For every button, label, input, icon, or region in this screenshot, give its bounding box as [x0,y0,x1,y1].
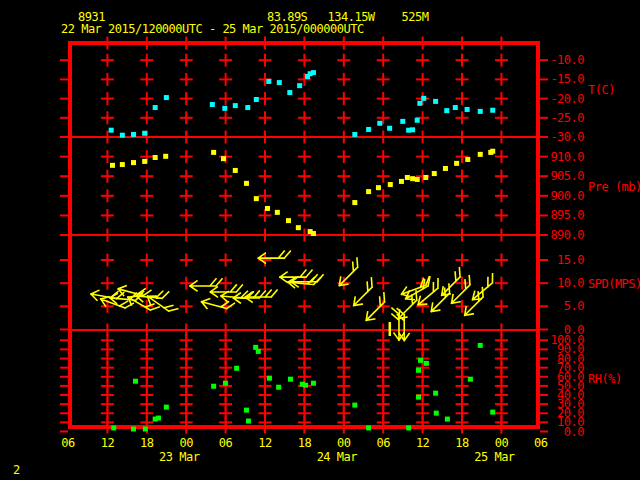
humidity-point [366,425,371,430]
humidity-point [490,410,495,415]
humidity-point [164,405,169,410]
x-hour-label: 18 [450,437,474,449]
humidity-point [468,377,473,382]
x-hour-label: 06 [56,437,80,449]
pressure-point [254,196,259,201]
x-hour-label: 12 [253,437,277,449]
humidity-point [223,381,228,386]
temperature-point [222,106,227,111]
temperature-point [410,127,415,132]
wind-barb [190,279,222,291]
humidity-point [244,408,249,413]
temperature-point [164,95,169,100]
temperature-point [417,101,422,106]
temperature-point [465,107,470,112]
temperature-point [131,132,136,137]
temperature-point [277,80,282,85]
x-date-label: 25 Mar [470,451,518,463]
humidity-point [111,425,116,430]
wind-barb [258,251,290,263]
pressure-point [110,163,115,168]
humidity-point [246,419,251,424]
y-tick-label: -30.0 [546,131,584,143]
x-hour-label: 12 [411,437,435,449]
humidity-point [418,358,423,363]
pressure-point [405,175,410,180]
wind-barb [334,258,365,289]
temperature-point [415,118,420,123]
temperature-point [377,121,382,126]
pressure-point [120,162,125,167]
pressure-point [153,155,158,160]
humidity-point [234,366,239,371]
wind-barb [200,295,234,315]
humidity-point [406,425,411,430]
temperature-point [109,128,114,133]
pressure-point [376,185,381,190]
temperature-point [287,90,292,95]
pressure-point [443,166,448,171]
pressure-point [454,161,459,166]
temperature-point [400,119,405,124]
pressure-point [296,225,301,230]
humidity-point [433,391,438,396]
temperature-point [266,79,271,84]
y-tick-label: 910.0 [546,151,584,163]
wind-barb [460,288,491,319]
humidity-point [311,381,316,386]
x-date-label: 23 Mar [155,451,203,463]
temperature-point [421,96,426,101]
panel-unit-label: RH(%) [588,373,622,385]
temperature-point [453,105,458,110]
y-tick-label: 15.0 [546,254,584,266]
pressure-point [399,179,404,184]
temperature-point [478,109,483,114]
panel-unit-label: T(C) [588,84,615,96]
wind-barb [468,274,500,304]
humidity-point [445,417,450,422]
pressure-point [432,171,437,176]
temperature-point [297,83,302,88]
pressure-point [233,168,238,173]
temperature-point [142,131,147,136]
meteogram-plot [0,0,640,480]
y-tick-label: 0.0 [546,426,584,438]
humidity-point [288,377,293,382]
wind-barb [349,278,380,309]
humidity-point [133,379,138,384]
x-hour-label: 12 [95,437,119,449]
pressure-point [265,206,270,211]
x-hour-label: 00 [489,437,513,449]
pressure-point [286,218,291,223]
y-tick-label: 905.0 [546,170,584,182]
temperature-point [387,126,392,131]
temperature-point [311,70,316,75]
humidity-point [143,426,148,431]
y-tick-label: 890.0 [546,229,584,241]
humidity-point [256,349,261,354]
y-tick-label: 5.0 [546,300,584,312]
pressure-point [163,154,168,159]
x-hour-label: 06 [214,437,238,449]
x-date-label: 24 Mar [313,451,361,463]
humidity-point [478,343,483,348]
pressure-point [244,181,249,186]
panel-unit-label: Pre (mb) [588,181,640,193]
temperature-point [433,99,438,104]
temperature-point [366,127,371,132]
x-hour-label: 18 [135,437,159,449]
humidity-point [424,361,429,366]
x-hour-label: 06 [529,437,553,449]
pressure-point [311,231,316,236]
humidity-point [211,384,216,389]
temperature-point [233,103,238,108]
pressure-point [388,182,393,187]
temperature-point [254,97,259,102]
temperature-point [490,108,495,113]
temperature-point [153,105,158,110]
humidity-point [156,416,161,421]
pressure-point [478,152,483,157]
pressure-point [410,176,415,181]
x-hour-label: 00 [174,437,198,449]
pressure-point [415,177,420,182]
